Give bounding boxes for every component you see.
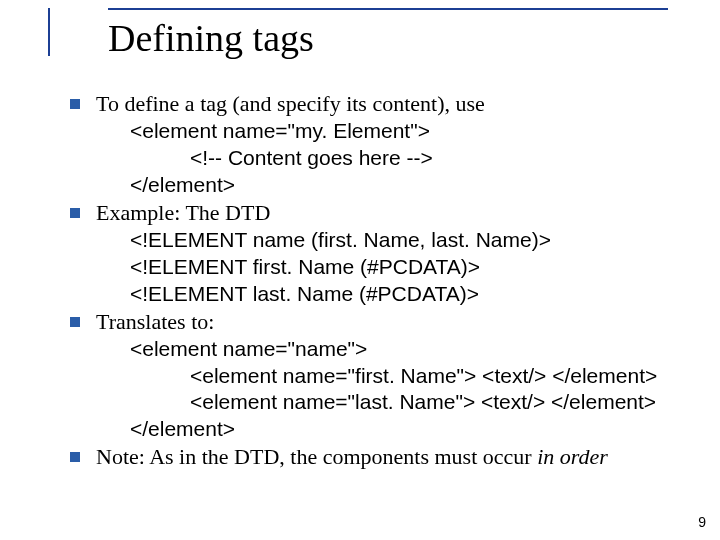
code-line: <element name="my. Element"> (70, 118, 690, 145)
code-line: <!-- Content goes here --> (70, 145, 690, 172)
code-line: <!ELEMENT name (first. Name, last. Name)… (70, 227, 690, 254)
bullet-text: Translates to: (96, 308, 690, 336)
slide-title: Defining tags (108, 16, 314, 60)
code-line: <element name="name"> (70, 336, 690, 363)
bullet-text: To define a tag (and specify its content… (96, 90, 690, 118)
bullet-item: Example: The DTD (70, 199, 690, 227)
slide: Defining tags To define a tag (and speci… (0, 0, 720, 540)
bullet-icon (70, 452, 80, 462)
code-line: <element name="last. Name"> <text/> </el… (70, 389, 690, 416)
code-line: </element> (70, 172, 690, 199)
slide-body: To define a tag (and specify its content… (70, 90, 690, 471)
bullet-item: To define a tag (and specify its content… (70, 90, 690, 118)
bullet-item: Note: As in the DTD, the components must… (70, 443, 690, 471)
bullet-icon (70, 99, 80, 109)
bullet-icon (70, 317, 80, 327)
page-number: 9 (698, 514, 706, 530)
code-line: <!ELEMENT last. Name (#PCDATA)> (70, 281, 690, 308)
code-line: <element name="first. Name"> <text/> </e… (70, 363, 690, 390)
title-rule (108, 8, 668, 10)
bullet-text: Example: The DTD (96, 199, 690, 227)
note-prefix: Note: As in the DTD, the components must… (96, 444, 537, 469)
code-line: <!ELEMENT first. Name (#PCDATA)> (70, 254, 690, 281)
note-emphasis: in order (537, 444, 608, 469)
bullet-item: Translates to: (70, 308, 690, 336)
bullet-text: Note: As in the DTD, the components must… (96, 443, 690, 471)
title-tick (48, 8, 50, 56)
code-line: </element> (70, 416, 690, 443)
bullet-icon (70, 208, 80, 218)
